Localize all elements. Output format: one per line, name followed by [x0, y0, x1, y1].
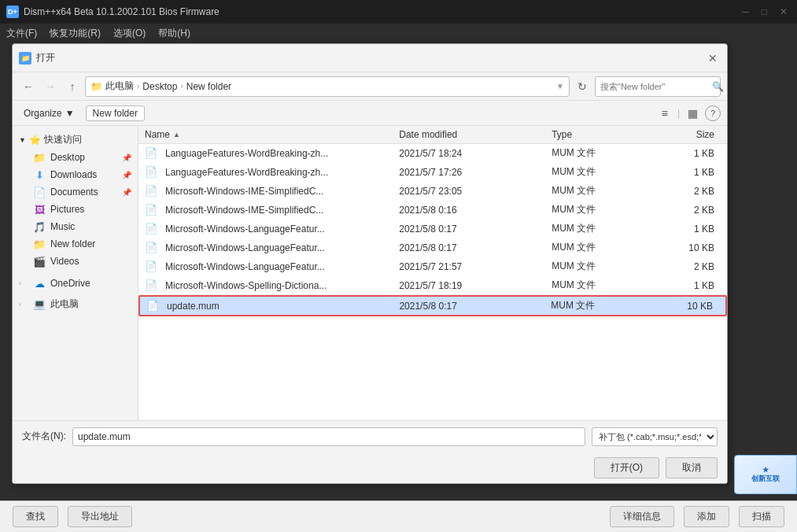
onedrive-icon: ☁	[33, 277, 46, 290]
nav-forward-button[interactable]: →	[41, 77, 60, 96]
music-label: Music	[50, 221, 131, 232]
file-date-1: 2021/5/7 17:26	[399, 167, 552, 178]
dialog-close-button[interactable]: ✕	[705, 50, 721, 66]
sidebar-item-onedrive[interactable]: › ☁ OneDrive	[13, 275, 138, 292]
sidebar-item-downloads[interactable]: ⬇ Downloads 📌	[13, 166, 138, 183]
file-type-4: MUM 文件	[552, 222, 653, 235]
filetype-select[interactable]: 补丁包 (*.cab;*.msu;*.esd;*.ex	[592, 427, 718, 446]
bg-scan-button[interactable]: 扫描	[739, 506, 784, 527]
sidebar-item-this-computer[interactable]: › 💻 此电脑	[13, 295, 138, 313]
file-date-5: 2021/5/8 0:17	[399, 242, 552, 253]
address-part-2[interactable]: New folder	[186, 81, 231, 92]
header-name[interactable]: Name ▲	[145, 129, 399, 140]
file-size-2: 2 KB	[653, 186, 721, 197]
file-size-3: 2 KB	[653, 205, 721, 216]
bg-export-button[interactable]: 导出地址	[68, 506, 132, 527]
bg-close[interactable]: ✕	[777, 6, 791, 17]
organize-label: Organize	[24, 108, 62, 119]
table-row[interactable]: 📄 Microsoft-Windows-LanguageFeatur... 20…	[138, 238, 727, 257]
bg-find-button[interactable]: 查找	[13, 506, 58, 527]
file-icon-2: 📄	[145, 185, 157, 198]
nav-up-button[interactable]: ↑	[63, 77, 82, 96]
sidebar-item-pictures[interactable]: 🖼 Pictures	[13, 201, 138, 218]
help-button[interactable]: ?	[705, 105, 721, 121]
table-row[interactable]: 📄 Microsoft-Windows-LanguageFeatur... 20…	[138, 257, 727, 276]
filename-input[interactable]	[72, 427, 585, 446]
address-part-1[interactable]: Desktop	[142, 81, 177, 92]
menu-recovery[interactable]: 恢复功能(R)	[50, 27, 101, 40]
file-name-8: 📄 update.mum	[146, 300, 399, 312]
sidebar-item-newfolder[interactable]: 📁 New folder	[13, 235, 138, 253]
table-row[interactable]: 📄 LanguageFeatures-WordBreaking-zh... 20…	[138, 163, 727, 182]
file-type-8: MUM 文件	[551, 299, 652, 312]
filename-label: 文件名(N):	[22, 430, 66, 443]
bg-minimize[interactable]: ─	[739, 6, 752, 17]
file-name-6: 📄 Microsoft-Windows-LanguageFeatur...	[145, 260, 399, 273]
view-menu-button[interactable]: ≡	[655, 104, 674, 123]
dialog-content: ▼ ⭐ 快速访问 📁 Desktop 📌 ⬇ Downloads 📌	[13, 126, 727, 420]
desktop-icon: 📁	[33, 151, 46, 164]
dialog-cancel-button[interactable]: 取消	[666, 457, 718, 478]
organize-caret: ▼	[65, 108, 75, 119]
header-date[interactable]: Date modified	[399, 129, 552, 140]
watermark: ★ 创新互联	[734, 455, 797, 494]
bg-add-button[interactable]: 添加	[684, 506, 729, 527]
view-detail-button[interactable]: ▦	[683, 104, 702, 123]
table-row-selected[interactable]: 📄 update.mum 2021/5/8 0:17 MUM 文件 10 KB	[138, 295, 727, 316]
bg-app-title: Dism++x64 Beta 10.1.2002.101 Bios Firmwa…	[24, 6, 220, 17]
dialog-open-button[interactable]: 打开(O)	[594, 457, 659, 478]
table-row[interactable]: 📄 Microsoft-Windows-IME-SimplifiedC... 2…	[138, 201, 727, 220]
music-icon: 🎵	[33, 220, 46, 233]
sidebar-item-videos[interactable]: 🎬 Videos	[13, 253, 138, 270]
quick-access-expand[interactable]: ▼	[19, 136, 26, 144]
file-size-6: 2 KB	[653, 261, 721, 272]
organize-button[interactable]: Organize ▼	[19, 106, 79, 120]
search-icon: 🔍	[712, 81, 724, 92]
file-size-4: 1 KB	[653, 224, 721, 235]
newfolder-label: New folder	[50, 238, 131, 249]
sidebar-item-music[interactable]: 🎵 Music	[13, 218, 138, 235]
watermark-text: 创新互联	[751, 474, 780, 484]
address-dropdown-icon[interactable]: ▼	[556, 82, 564, 91]
address-bar[interactable]: 📁 此电脑 › Desktop › New folder ▼	[85, 76, 570, 97]
bg-bottom-toolbar: 查找 导出地址 详细信息 添加 扫描	[0, 501, 797, 532]
nav-refresh-button[interactable]: ↻	[573, 77, 592, 96]
file-name-2: 📄 Microsoft-Windows-IME-SimplifiedC...	[145, 185, 399, 198]
address-sep-0: ›	[137, 82, 139, 91]
computer-expand[interactable]: ›	[19, 301, 28, 308]
bg-maximize[interactable]: □	[758, 6, 770, 17]
new-folder-button[interactable]: New folder	[86, 105, 145, 121]
dialog-title-text: 打开	[36, 51, 55, 65]
address-part-0[interactable]: 此电脑	[105, 79, 134, 93]
file-size-5: 10 KB	[653, 242, 721, 253]
table-row[interactable]: 📄 Microsoft-Windows-IME-SimplifiedC... 2…	[138, 182, 727, 201]
file-icon-3: 📄	[145, 204, 157, 216]
onedrive-expand[interactable]: ›	[19, 279, 28, 287]
quick-access-label: 快速访问	[44, 133, 82, 146]
pictures-label: Pictures	[50, 204, 131, 215]
quick-access-section: ▼ ⭐ 快速访问 📁 Desktop 📌 ⬇ Downloads 📌	[13, 129, 138, 272]
pictures-icon: 🖼	[33, 203, 46, 216]
header-size[interactable]: Size	[653, 129, 721, 140]
bg-detail-button[interactable]: 详细信息	[610, 506, 674, 527]
file-icon-0: 📄	[145, 147, 157, 160]
menu-file[interactable]: 文件(F)	[6, 27, 37, 40]
dialog-titlebar: 📁 打开 ✕	[13, 44, 727, 72]
file-icon-8: 📄	[146, 300, 159, 312]
menu-options[interactable]: 选项(O)	[113, 27, 146, 40]
table-row[interactable]: 📄 Microsoft-Windows-Spelling-Dictiona...…	[138, 276, 727, 295]
header-type[interactable]: Type	[552, 129, 653, 140]
address-folder-icon: 📁	[90, 81, 102, 92]
sidebar-item-desktop[interactable]: 📁 Desktop 📌	[13, 149, 138, 166]
table-row[interactable]: 📄 Microsoft-Windows-LanguageFeatur... 20…	[138, 220, 727, 238]
file-name-5: 📄 Microsoft-Windows-LanguageFeatur...	[145, 242, 399, 254]
sidebar-item-documents[interactable]: 📄 Documents 📌	[13, 183, 138, 201]
newfolder-icon: 📁	[33, 238, 46, 250]
dialog-toolbar: Organize ▼ New folder ≡ | ▦ ?	[13, 101, 727, 126]
table-row[interactable]: 📄 LanguageFeatures-WordBreaking-zh... 20…	[138, 144, 727, 163]
view-divider: |	[677, 108, 680, 119]
quick-access-star-icon: ⭐	[29, 135, 41, 146]
menu-help[interactable]: 帮助(H)	[158, 27, 190, 40]
nav-back-button[interactable]: ←	[19, 77, 38, 96]
search-input[interactable]	[600, 82, 709, 91]
